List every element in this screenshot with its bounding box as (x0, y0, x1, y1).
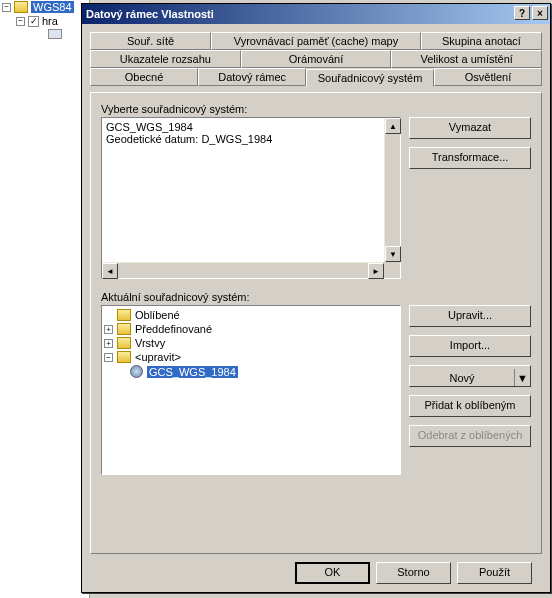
expand-icon[interactable]: − (2, 3, 11, 12)
tab-data-frame[interactable]: Datový rámec (198, 68, 306, 86)
tree-label: Vrstvy (135, 337, 165, 349)
cs-line-2: Geodetické datum: D_WGS_1984 (106, 133, 396, 145)
tab-frame[interactable]: Orámování (241, 50, 392, 68)
tab-illumination[interactable]: Osvětlení (434, 68, 542, 86)
close-button[interactable]: × (532, 6, 548, 20)
dialog-title: Datový rámec Vlastnosti (86, 8, 214, 20)
tab-coordinate-system[interactable]: Souřadnicový systém (306, 69, 434, 87)
cs-line-1: GCS_WGS_1984 (106, 121, 396, 133)
tab-annotation[interactable]: Skupina anotací (421, 32, 542, 50)
import-button[interactable]: Import... (409, 335, 531, 357)
select-cs-label: Vyberte souřadnicový systém: (101, 103, 531, 115)
add-favorite-button[interactable]: Přidat k oblíbeným (409, 395, 531, 417)
tab-cache[interactable]: Vyrovnávací paměť (cache) mapy (211, 32, 421, 50)
scrollbar-vertical[interactable]: ▲ ▼ (384, 118, 400, 262)
tab-size-position[interactable]: Velikost a umístění (391, 50, 542, 68)
tab-general[interactable]: Obecné (90, 68, 198, 86)
tree-node-custom[interactable]: − <upravit> (104, 350, 398, 364)
folder-icon (117, 309, 131, 321)
new-button-label: Nový (410, 369, 514, 386)
clear-button[interactable]: Vymazat (409, 117, 531, 139)
tree-label: <upravit> (135, 351, 181, 363)
help-button[interactable]: ? (514, 6, 530, 20)
bg-tree-root-label[interactable]: WGS84 (31, 1, 74, 13)
folder-icon (117, 351, 131, 363)
new-button[interactable]: Nový ▼ (409, 365, 531, 387)
modify-button[interactable]: Upravit... (409, 305, 531, 327)
cs-tree[interactable]: Oblíbené + Předdefinované + Vrstvy − <up… (101, 305, 401, 475)
dialog-titlebar[interactable]: Datový rámec Vlastnosti ? × (82, 4, 550, 24)
bg-tree-child[interactable]: − ✓ hra (0, 14, 89, 28)
scroll-corner (384, 262, 400, 278)
tab-grids[interactable]: Souř. sítě (90, 32, 211, 50)
tab-content: Vyberte souřadnicový systém: GCS_WGS_198… (90, 92, 542, 554)
tree-node-predefined[interactable]: + Předdefinované (104, 322, 398, 336)
layer-symbol-icon (48, 29, 62, 39)
expand-icon[interactable]: + (104, 325, 113, 334)
tab-extent-indicators[interactable]: Ukazatele rozsahu (90, 50, 241, 68)
properties-dialog: Datový rámec Vlastnosti ? × Souř. sítě V… (81, 3, 551, 593)
tab-strip: Souř. sítě Vyrovnávací paměť (cache) map… (90, 32, 542, 86)
expand-icon[interactable]: − (16, 17, 25, 26)
scroll-left-icon[interactable]: ◄ (102, 263, 118, 279)
apply-button[interactable]: Použít (457, 562, 532, 584)
scroll-right-icon[interactable]: ► (368, 263, 384, 279)
checkbox-icon[interactable]: ✓ (28, 16, 39, 27)
expand-icon[interactable]: + (104, 339, 113, 348)
collapse-icon[interactable]: − (104, 353, 113, 362)
layers-icon (14, 1, 28, 13)
transformations-button[interactable]: Transformace... (409, 147, 531, 169)
tree-label: Předdefinované (135, 323, 212, 335)
ok-button[interactable]: OK (295, 562, 370, 584)
tree-node-favorites[interactable]: Oblíbené (104, 308, 398, 322)
scrollbar-horizontal[interactable]: ◄ ► (102, 262, 384, 278)
remove-favorite-button: Odebrat z oblíbených (409, 425, 531, 447)
tree-node-gcs-wgs1984[interactable]: GCS_WGS_1984 (104, 364, 398, 379)
current-cs-label: Aktuální souřadnicový systém: (101, 291, 531, 303)
scroll-down-icon[interactable]: ▼ (385, 246, 401, 262)
tree-node-layers[interactable]: + Vrstvy (104, 336, 398, 350)
dropdown-arrow-icon[interactable]: ▼ (514, 369, 530, 386)
folder-icon (117, 323, 131, 335)
dialog-button-bar: OK Storno Použít (90, 554, 542, 584)
bg-tree-child-label: hra (42, 15, 58, 27)
scroll-up-icon[interactable]: ▲ (385, 118, 401, 134)
tree-label-selected: GCS_WGS_1984 (147, 366, 238, 378)
folder-icon (117, 337, 131, 349)
bg-tree-root[interactable]: − WGS84 (0, 0, 89, 14)
tree-label: Oblíbené (135, 309, 180, 321)
background-tree-panel: − WGS84 − ✓ hra (0, 0, 90, 598)
cancel-button[interactable]: Storno (376, 562, 451, 584)
globe-icon (130, 365, 143, 378)
selected-cs-text[interactable]: GCS_WGS_1984 Geodetické datum: D_WGS_198… (101, 117, 401, 279)
bg-tree-symbol (0, 28, 89, 40)
